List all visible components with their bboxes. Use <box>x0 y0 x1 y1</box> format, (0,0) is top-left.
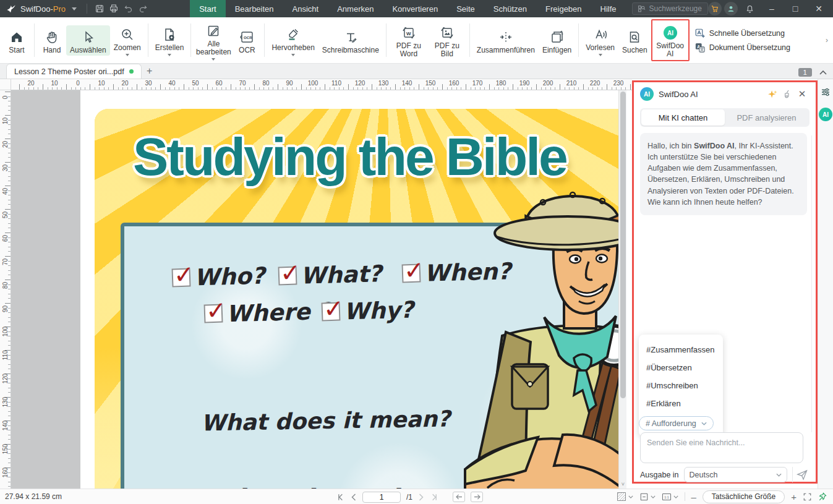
first-page-icon[interactable] <box>337 493 345 501</box>
tab-analyze-pdf[interactable]: PDF analysieren <box>725 109 808 126</box>
actual-size-ratio-button[interactable]: 1:1 <box>662 492 678 502</box>
scroll-down-arrow-icon[interactable]: ˅ <box>619 481 627 487</box>
menu-bearbeiten[interactable]: Bearbeiten <box>226 0 283 17</box>
undo-button[interactable] <box>121 0 136 17</box>
next-page-icon[interactable] <box>418 493 424 501</box>
output-language-select[interactable]: Deutsch <box>684 467 787 482</box>
hand-tool-button[interactable]: Hand <box>38 25 66 56</box>
window-maximize-button[interactable]: □ <box>785 0 806 17</box>
check-item-who: ✓ Who? <box>172 263 265 290</box>
pdf-to-image-button[interactable]: PDF zu Bild <box>428 21 466 59</box>
panel-settings-sliders-icon[interactable] <box>820 87 831 98</box>
app-logo[interactable]: SwifDoo-Pro <box>0 4 82 14</box>
dropdown-caret-icon[interactable] <box>599 54 602 56</box>
menu-seite[interactable]: Seite <box>447 0 484 17</box>
background-pattern-button[interactable] <box>617 492 633 502</box>
dropdown-caret-icon[interactable] <box>211 58 215 61</box>
pattern-swatch-icon <box>617 492 626 502</box>
history-forward-button[interactable] <box>471 492 483 502</box>
checkmark-icon: ✓ <box>173 262 195 287</box>
zoom-tool-button[interactable]: Zoomen <box>110 23 145 58</box>
search-document-button[interactable]: Suchen <box>618 25 651 56</box>
typewriter-button[interactable]: Schreibmaschine <box>318 25 383 56</box>
page-layout-button[interactable] <box>639 492 656 502</box>
notifications-button[interactable] <box>740 0 759 17</box>
prompt-dropdown-button[interactable]: # Aufforderung <box>639 416 714 430</box>
ai-upgrade-button[interactable] <box>765 87 780 101</box>
window-close-button[interactable]: ✕ <box>808 0 829 17</box>
swifdoo-ai-button[interactable]: AI SwifDoo AI <box>653 21 688 59</box>
document-canvas[interactable]: Studying the Bible ✓ Who? ✓ What? ✓ When… <box>11 90 618 489</box>
document-tab[interactable]: Lesson 2 Theme Poster ori...pdf <box>6 64 142 79</box>
edit-all-button[interactable]: Alle bearbeiten <box>194 19 233 62</box>
print-button[interactable] <box>106 0 121 17</box>
zoom-in-button[interactable]: + <box>791 492 797 502</box>
right-edge-toolbar: AI <box>818 79 833 489</box>
ai-message-input[interactable]: Senden Sie eine Nachricht... <box>640 432 803 463</box>
pin-icon[interactable] <box>818 492 827 502</box>
page-number-input[interactable]: 1 <box>362 492 401 503</box>
history-back-button[interactable] <box>453 492 465 502</box>
merge-button[interactable]: Zusammenführen <box>473 25 539 56</box>
document-translate-button[interactable]: A Dokument Übersetzung <box>694 42 790 53</box>
floating-ai-button[interactable]: AI <box>819 108 832 121</box>
ruler-label: 0 <box>76 80 80 87</box>
redo-button[interactable] <box>136 0 151 17</box>
dropdown-caret-icon[interactable] <box>291 54 295 56</box>
last-page-icon[interactable] <box>430 493 438 501</box>
undo-icon <box>123 4 134 14</box>
save-icon <box>95 4 105 14</box>
window-minimize-button[interactable]: – <box>761 0 782 17</box>
scrollbar-thumb[interactable] <box>620 92 626 398</box>
tab-chat-with-ai[interactable]: Mit KI chatten <box>641 109 725 126</box>
highlighter-icon <box>286 27 301 42</box>
menu-ansicht[interactable]: Ansicht <box>283 0 328 17</box>
menu-schuetzen[interactable]: Schützen <box>484 0 536 17</box>
menu-anmerken[interactable]: Anmerken <box>328 0 383 17</box>
read-aloud-button[interactable]: Vorlesen <box>582 23 618 58</box>
app-menu-caret-icon[interactable] <box>72 7 77 11</box>
dropdown-caret-icon[interactable] <box>168 54 171 56</box>
account-button[interactable] <box>724 2 738 15</box>
select-tool-button[interactable]: Auswählen <box>66 25 110 56</box>
cart-button[interactable] <box>708 2 722 15</box>
save-button[interactable] <box>92 0 107 17</box>
insert-button[interactable]: Einfügen <box>539 25 575 56</box>
send-message-button[interactable] <box>792 467 811 482</box>
highlight-button[interactable]: Hervorheben <box>268 23 318 58</box>
pdf-to-word-button[interactable]: W PDF zu Word <box>390 21 428 59</box>
ruler-label: 40 <box>2 187 9 196</box>
vertical-scrollbar[interactable]: ˅ <box>618 90 626 489</box>
prompt-translate[interactable]: #Übersetzen <box>646 359 716 377</box>
ai-clear-chat-button[interactable] <box>780 87 795 101</box>
menu-start[interactable]: Start <box>190 0 225 17</box>
zoom-level-button[interactable]: Tatsächliche Größe <box>703 490 785 503</box>
dropdown-caret-icon[interactable] <box>126 54 129 56</box>
zoom-out-button[interactable]: – <box>691 492 696 502</box>
swifdoo-ai-panel: AI SwifDoo AI ✕ Mit KI chatten PDF analy… <box>632 80 818 484</box>
prompt-explain[interactable]: #Erklären <box>646 395 716 412</box>
search-tools-input[interactable]: Suchwerkzeuge <box>632 2 708 15</box>
ocr-button[interactable]: OCR OCR <box>233 25 261 56</box>
create-button[interactable]: Erstellen <box>152 23 188 58</box>
home-button[interactable]: Start <box>2 25 31 56</box>
ruler-label: 20 <box>27 80 34 87</box>
menu-freigeben[interactable]: Freigeben <box>536 0 591 17</box>
send-icon <box>796 469 808 481</box>
prompt-summarize[interactable]: #Zusammenfassen <box>646 341 716 359</box>
new-tab-button[interactable]: + <box>142 64 158 79</box>
fullscreen-icon[interactable] <box>803 492 812 502</box>
collapse-ribbon-chevron-icon[interactable] <box>819 70 827 75</box>
ai-panel-scroll-track[interactable] <box>811 135 812 432</box>
tabbar-right-controls: 1 <box>798 68 833 79</box>
quick-translate-button[interactable]: Schnelle Übersetzung <box>694 28 790 39</box>
previous-page-icon[interactable] <box>351 493 357 501</box>
ruler-label: 150 <box>2 446 9 455</box>
prompt-rewrite[interactable]: #Umschreiben <box>646 377 716 395</box>
pdf-page[interactable]: Studying the Bible ✓ Who? ✓ What? ✓ When… <box>80 90 618 489</box>
ai-panel-close-button[interactable]: ✕ <box>795 87 810 101</box>
menu-konvertieren[interactable]: Konvertieren <box>383 0 447 17</box>
menu-hilfe[interactable]: Hilfe <box>591 0 626 17</box>
ruler-label: 220 <box>590 80 600 87</box>
ribbon-overflow-chevron[interactable]: › <box>826 36 831 45</box>
